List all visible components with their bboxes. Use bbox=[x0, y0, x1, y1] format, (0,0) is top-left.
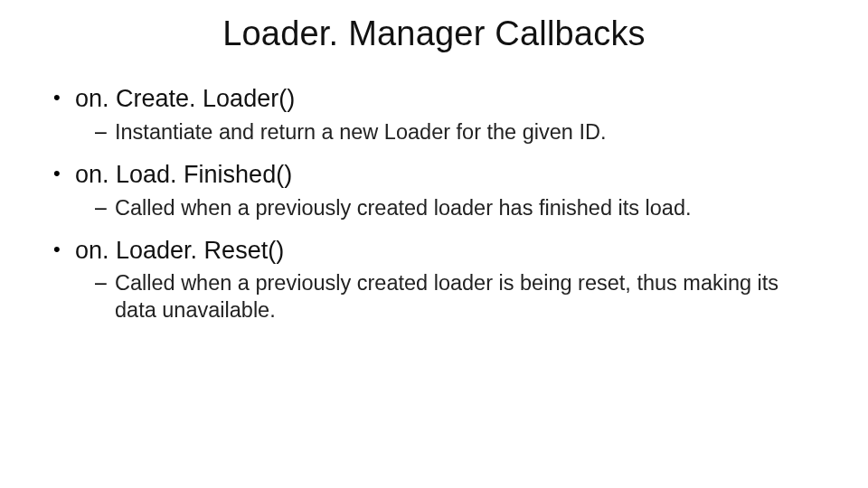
bullet-heading: on. Load. Finished() bbox=[75, 161, 292, 188]
bullet-item: on. Load. Finished() Called when a previ… bbox=[50, 160, 818, 221]
bullet-heading: on. Loader. Reset() bbox=[75, 237, 284, 264]
sub-bullet-list: Called when a previously created loader … bbox=[75, 269, 818, 324]
sub-bullet-item: Instantiate and return a new Loader for … bbox=[75, 118, 818, 145]
slide-title: Loader. Manager Callbacks bbox=[50, 14, 818, 53]
sub-bullet-text: Called when a previously created loader … bbox=[115, 271, 778, 322]
sub-bullet-item: Called when a previously created loader … bbox=[75, 194, 818, 221]
bullet-item: on. Create. Loader() Instantiate and ret… bbox=[50, 84, 818, 145]
sub-bullet-list: Instantiate and return a new Loader for … bbox=[75, 118, 818, 145]
slide: Loader. Manager Callbacks on. Create. Lo… bbox=[0, 0, 868, 488]
bullet-heading: on. Create. Loader() bbox=[75, 85, 295, 112]
sub-bullet-text: Called when a previously created loader … bbox=[115, 196, 691, 220]
bullet-list: on. Create. Loader() Instantiate and ret… bbox=[50, 84, 818, 324]
sub-bullet-list: Called when a previously created loader … bbox=[75, 194, 818, 221]
sub-bullet-item: Called when a previously created loader … bbox=[75, 269, 818, 324]
sub-bullet-text: Instantiate and return a new Loader for … bbox=[115, 120, 606, 144]
bullet-item: on. Loader. Reset() Called when a previo… bbox=[50, 236, 818, 324]
